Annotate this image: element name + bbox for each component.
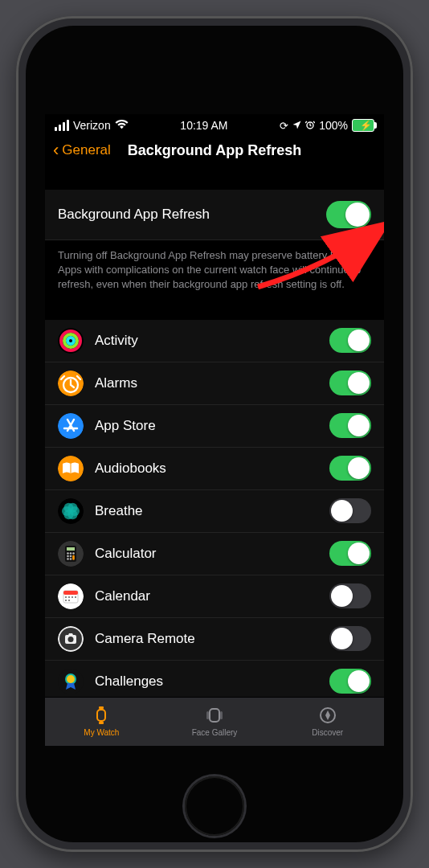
app-row-label: Camera Remote [95, 631, 195, 647]
app-row-audiobooks[interactable]: Audiobooks [45, 448, 384, 490]
chevron-left-icon: ‹ [53, 141, 59, 159]
app-toggle-challenges[interactable] [329, 669, 371, 694]
calendar-icon [58, 583, 84, 609]
battery-icon: ⚡ [352, 119, 374, 132]
battery-percent: 100% [319, 119, 348, 132]
tab-my-watch[interactable]: My Watch [45, 698, 158, 746]
app-row-calendar[interactable]: Calendar [45, 575, 384, 618]
back-button[interactable]: ‹ General [53, 141, 111, 159]
svg-point-19 [67, 552, 69, 555]
svg-rect-55 [97, 710, 105, 721]
compass-icon [318, 706, 337, 726]
app-toggle-breathe[interactable] [329, 498, 371, 523]
alarm-icon [305, 119, 315, 132]
master-toggle[interactable] [326, 201, 371, 228]
svg-point-22 [67, 555, 69, 557]
carrier-label: Verizon [73, 119, 111, 132]
phone-frame: Verizon 10:19 AM ⟳ 100% ⚡ [16, 16, 413, 852]
app-row-label: Activity [95, 333, 138, 349]
svg-rect-29 [63, 591, 78, 595]
app-row-label: Alarms [95, 375, 137, 391]
svg-rect-26 [72, 555, 75, 559]
app-toggle-activity[interactable] [329, 328, 371, 353]
svg-point-23 [70, 555, 72, 557]
svg-rect-56 [99, 706, 104, 709]
svg-rect-58 [210, 709, 219, 722]
svg-point-38 [68, 637, 74, 642]
activity-icon [58, 328, 84, 354]
home-button[interactable] [185, 776, 244, 836]
screen: Verizon 10:19 AM ⟳ 100% ⚡ [45, 114, 384, 746]
svg-point-20 [70, 552, 72, 555]
audiobooks-icon [58, 456, 84, 481]
section-footer: Turning off Background App Refresh may p… [45, 240, 384, 293]
svg-point-21 [72, 552, 75, 555]
svg-point-24 [67, 558, 69, 560]
cell-signal-icon [55, 120, 69, 131]
svg-rect-35 [68, 600, 70, 601]
app-toggle-calculator[interactable] [329, 541, 371, 566]
calculator-icon [58, 541, 84, 567]
status-time: 10:19 AM [180, 119, 227, 132]
app-row-label: Breathe [95, 503, 143, 519]
svg-rect-32 [72, 596, 73, 598]
app-row-label: Audiobooks [95, 461, 166, 477]
tab-label: Face Gallery [192, 728, 238, 737]
svg-rect-18 [67, 547, 75, 551]
app-toggle-app-store[interactable] [329, 413, 371, 438]
app-toggle-camera-remote[interactable] [329, 626, 371, 651]
svg-point-15 [68, 502, 78, 512]
app-toggle-alarms[interactable] [329, 371, 371, 395]
tab-label: Discover [312, 728, 343, 737]
app-row-activity[interactable]: Activity [45, 320, 384, 362]
status-bar: Verizon 10:19 AM ⟳ 100% ⚡ [45, 114, 384, 133]
app-row-label: App Store [95, 418, 156, 434]
master-toggle-row[interactable]: Background App Refresh [45, 190, 384, 240]
tab-discover[interactable]: Discover [271, 698, 384, 746]
orientation-lock-icon: ⟳ [280, 120, 288, 132]
svg-rect-60 [220, 711, 223, 719]
svg-rect-34 [65, 600, 67, 601]
back-label: General [62, 142, 110, 158]
location-icon [292, 119, 301, 132]
app-list: ActivityAlarmsApp StoreAudiobooksBreathe… [45, 320, 384, 697]
tab-bar: My WatchFace GalleryDiscover [45, 697, 384, 746]
svg-rect-57 [99, 722, 104, 724]
gallery-icon [205, 706, 224, 726]
svg-rect-33 [75, 596, 76, 598]
watch-icon [92, 706, 111, 726]
master-toggle-label: Background App Refresh [58, 207, 210, 223]
master-section: Background App Refresh Turning off Backg… [45, 190, 384, 293]
svg-point-25 [70, 558, 72, 560]
phone-bezel: Verizon 10:19 AM ⟳ 100% ⚡ [26, 26, 403, 842]
wifi-icon [115, 119, 129, 132]
svg-rect-30 [65, 596, 67, 598]
nav-bar: ‹ General Background App Refresh [45, 133, 384, 169]
tab-label: My Watch [84, 728, 119, 737]
app-row-app-store[interactable]: App Store [45, 405, 384, 448]
appstore-icon [58, 413, 84, 439]
breathe-icon [58, 498, 84, 524]
alarms-icon [58, 371, 84, 396]
app-row-label: Calendar [95, 588, 150, 604]
tab-face-gallery[interactable]: Face Gallery [158, 698, 272, 746]
app-row-label: Calculator [95, 546, 157, 562]
app-row-alarms[interactable]: Alarms [45, 362, 384, 405]
camera-icon [58, 626, 84, 652]
svg-rect-59 [206, 711, 209, 719]
app-toggle-calendar[interactable] [329, 583, 371, 608]
app-row-challenges[interactable]: Challenges [45, 661, 384, 697]
svg-rect-31 [68, 596, 70, 598]
app-row-calculator[interactable]: Calculator [45, 533, 384, 575]
app-row-camera-remote[interactable]: Camera Remote [45, 618, 384, 661]
app-row-breathe[interactable]: Breathe [45, 490, 384, 533]
app-toggle-audiobooks[interactable] [329, 456, 371, 481]
challenges-icon [58, 669, 84, 694]
app-row-label: Challenges [95, 674, 163, 690]
